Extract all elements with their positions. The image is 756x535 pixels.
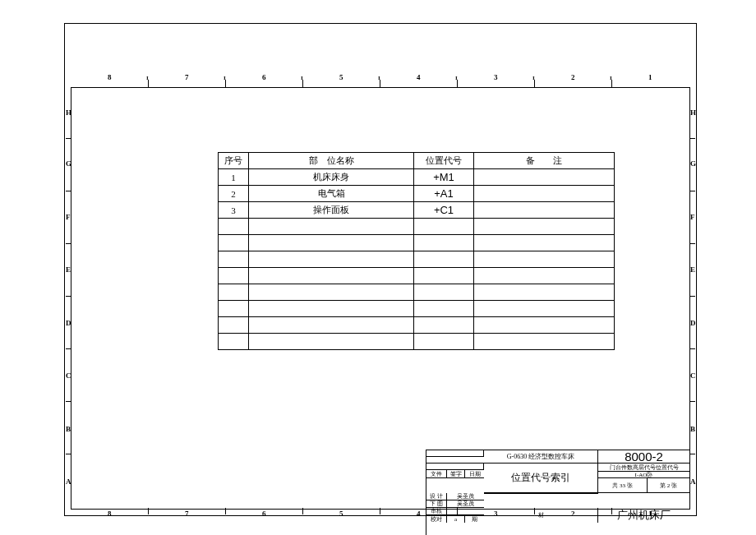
period-label: 期	[465, 515, 484, 523]
table-row: 3操作面板+C1	[219, 202, 615, 219]
ruler-num: 6	[262, 510, 266, 518]
sheet-total: 共 33 张	[598, 478, 648, 493]
ruler-num: 8	[108, 510, 112, 518]
design-label: 设 计	[426, 493, 447, 500]
table-row: 2电气箱+A1	[219, 186, 615, 202]
ruler-num: 7	[185, 510, 189, 518]
side-letter: D	[66, 319, 71, 327]
table-row	[219, 317, 615, 334]
ruler-num: 5	[339, 73, 343, 81]
ruler-num: 7	[185, 73, 189, 81]
draft-label: 下 图	[426, 500, 447, 508]
sheet-no: 第 2 张	[648, 478, 689, 493]
side-letter: E	[690, 265, 695, 274]
side-letter: H	[66, 108, 71, 117]
table-row	[219, 268, 615, 284]
ruler-num: 5	[339, 510, 343, 518]
col-name: 部 位名称	[249, 153, 414, 169]
table-row	[219, 235, 615, 251]
ruler-num: 4	[417, 73, 421, 81]
material-label: 材	[484, 508, 598, 523]
ruler-i: I	[532, 75, 535, 81]
proof-label: 校对	[426, 515, 447, 523]
format: I-AO卧	[598, 472, 689, 478]
col-seq: 序号	[219, 153, 249, 169]
side-letter: A	[690, 477, 696, 486]
product-name: G-0630 经济型数控车床	[484, 450, 598, 464]
location-code-table: 序号 部 位名称 位置代号 备 注 1机床床身+M1 2电气箱+A1 3操作面板…	[218, 152, 615, 350]
ruler-i: I	[610, 75, 612, 81]
col-code: 位置代号	[414, 153, 474, 169]
side-letter: F	[690, 213, 695, 221]
side-letter: B	[66, 425, 71, 433]
date-label: 日期	[465, 470, 484, 478]
ruler-num: 1	[648, 73, 652, 81]
top-ruler: 8 7 6 5 4 3 2 1 I I I I I I I	[71, 80, 689, 87]
a-label: a	[447, 515, 465, 523]
sign-label: 签字	[447, 470, 465, 478]
designer: 吴圣茂	[447, 493, 484, 500]
table-row	[219, 334, 615, 350]
subtitle: 门台件数高层代号位置代号	[598, 464, 689, 472]
side-letter: H	[690, 108, 696, 117]
ruler-num: 2	[571, 73, 575, 81]
drafter: 吴圣茂	[447, 500, 484, 508]
table-row	[219, 284, 615, 301]
table-row	[219, 219, 615, 235]
side-letter: A	[66, 477, 71, 486]
drawing-number: 8000-2	[598, 450, 689, 464]
col-remark: 备 注	[474, 153, 615, 169]
ruler-i: I	[378, 75, 380, 81]
ruler-num: 4	[417, 510, 421, 518]
check-label: 审核	[426, 508, 447, 515]
ruler-i: I	[455, 75, 458, 81]
side-letter: G	[690, 159, 696, 168]
ruler-num: 3	[494, 73, 498, 81]
side-letter: C	[66, 371, 71, 380]
side-letter: E	[66, 265, 71, 274]
side-letter: B	[690, 425, 695, 433]
table-row: 1机床床身+M1	[219, 169, 615, 186]
file-label: 文件	[426, 470, 447, 478]
side-letter: C	[690, 371, 696, 380]
table-row	[219, 251, 615, 268]
ruler-i: I	[224, 75, 226, 81]
ruler-i: I	[301, 75, 303, 81]
side-letter: F	[66, 213, 71, 221]
side-letter: G	[66, 159, 71, 168]
table-row	[219, 301, 615, 317]
ruler-num: 8	[108, 73, 112, 81]
side-letter: D	[690, 319, 696, 327]
ruler-i: I	[146, 75, 149, 81]
title-block: G-0630 经济型数控车床 8000-2 文件 签字 日期 位置代号索引 门台…	[426, 450, 689, 535]
ruler-num: 6	[262, 73, 266, 81]
company-name: 广州机床厂	[598, 508, 689, 523]
